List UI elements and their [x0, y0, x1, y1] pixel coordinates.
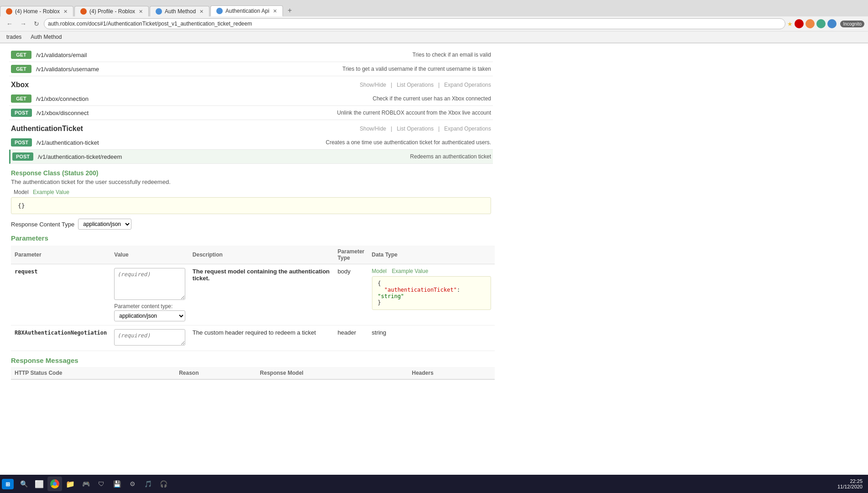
tab-label: Authentication Api [225, 8, 269, 14]
tab-favicon [6, 8, 12, 15]
main-content: GET /v1/validators/email Tries to check … [0, 43, 502, 386]
tab-label: Auth Method [165, 8, 196, 15]
param-data-type-rbx-auth: string [372, 329, 387, 336]
response-json-value: {} [18, 202, 25, 209]
param-row-rbx-auth: RBXAuthenticationNegotiation The custom … [11, 325, 495, 351]
bookmark-label: Auth Method [31, 34, 62, 40]
method-post-badge: POST [11, 109, 32, 117]
tab-label: (4) Home - Roblox [15, 8, 60, 15]
extension-icon-2[interactable] [805, 19, 815, 28]
example-value-tab[interactable]: Example Value [392, 268, 429, 274]
bookmarks-bar: trades Auth Method [0, 31, 868, 43]
param-example-value-box: { "authenticationTicket": "string" } [372, 276, 491, 310]
browser-chrome: (4) Home - Roblox ✕ (4) Profile - Roblox… [0, 0, 868, 43]
incognito-badge: Incognito [840, 21, 864, 27]
tab-label: (4) Profile - Roblox [89, 8, 135, 15]
xbox-list-operations-link[interactable]: List Operations [397, 82, 434, 88]
col-header-parameter: Parameter [11, 246, 110, 264]
response-class-description: The authentication ticket for the user s… [11, 178, 491, 185]
endpoint-validators-username: GET /v1/validators/username Tries to get… [9, 62, 493, 76]
xbox-section-header: Xbox Show/Hide | List Operations | Expan… [9, 76, 493, 92]
new-tab-button[interactable]: + [284, 5, 295, 16]
param-content-type-select[interactable]: application/json [114, 310, 185, 321]
resp-col-response-model: Response Model [256, 367, 408, 379]
param-type-rbx-auth: header [338, 329, 356, 336]
method-post-badge: POST [12, 152, 33, 161]
param-name-request: request [15, 268, 38, 275]
resp-col-http-status: HTTP Status Code [11, 367, 175, 379]
endpoint-validators-email: GET /v1/validators/email Tries to check … [9, 48, 493, 62]
param-description-request: The request model containing the authent… [193, 268, 330, 282]
forward-button[interactable]: → [17, 19, 29, 29]
endpoint-path: /v1/xbox/disconnect [37, 110, 337, 116]
extension-icon-1[interactable] [795, 19, 804, 28]
tab-favicon [216, 8, 223, 14]
bookmark-auth-method[interactable]: Auth Method [28, 33, 64, 41]
extension-icon-4[interactable] [827, 19, 837, 28]
endpoint-xbox-disconnect: POST /v1/xbox/disconnect Unlink the curr… [9, 106, 493, 120]
method-get-badge: GET [11, 65, 31, 73]
col-header-description: Description [189, 246, 334, 264]
col-header-value: Value [110, 246, 189, 264]
auth-ticket-title: AuthenticationTicket [11, 125, 83, 133]
xbox-title: Xbox [11, 81, 29, 89]
tab-close-button[interactable]: ✕ [139, 9, 143, 15]
param-description-rbx-auth: The custom header required to redeem a t… [189, 325, 334, 351]
navigation-bar: ← → ↻ ★ Incognito [0, 16, 868, 31]
xbox-expand-operations-link[interactable]: Expand Operations [444, 82, 491, 88]
tab-favicon [80, 8, 87, 15]
param-value-request[interactable] [114, 268, 185, 300]
tab-favicon [156, 8, 162, 15]
auth-ticket-section-header: AuthenticationTicket Show/Hide | List Op… [9, 120, 493, 136]
tab-home[interactable]: (4) Home - Roblox ✕ [0, 6, 73, 16]
param-content-type-label: Parameter content type: [114, 303, 185, 309]
auth-expand-operations-link[interactable]: Expand Operations [444, 126, 491, 132]
param-value-rbx-auth[interactable] [114, 329, 185, 346]
endpoint-description: Tries to get a valid username if the cur… [342, 66, 491, 72]
response-messages-table: HTTP Status Code Reason Response Model H… [11, 367, 495, 380]
param-data-type-model-tab: Model Example Value [372, 268, 491, 274]
tab-close-button[interactable]: ✕ [199, 9, 204, 15]
nav-icons [795, 19, 837, 28]
param-name-rbx-auth: RBXAuthenticationNegotiation [15, 330, 107, 336]
col-header-param-type: ParameterType [334, 246, 368, 264]
response-json-box: {} [11, 197, 491, 214]
tab-close-button[interactable]: ✕ [63, 9, 68, 15]
extension-icon-3[interactable] [816, 19, 826, 28]
auth-show-hide-link[interactable]: Show/Hide [360, 126, 386, 132]
tab-auth-method[interactable]: Auth Method ✕ [150, 6, 209, 16]
method-get-badge: GET [11, 94, 31, 103]
endpoint-path: /v1/authentication-ticket [37, 139, 326, 146]
tab-close-button[interactable]: ✕ [273, 8, 277, 14]
endpoint-auth-ticket: POST /v1/authentication-ticket Creates a… [9, 136, 493, 150]
model-label-row: Model Example Value [11, 189, 491, 195]
xbox-show-hide-link[interactable]: Show/Hide [360, 82, 386, 88]
bookmark-trades[interactable]: trades [4, 33, 24, 41]
address-bar[interactable] [44, 18, 785, 29]
response-content-type-row: Response Content Type application/json t… [11, 219, 491, 230]
auth-ticket-section-actions: Show/Hide | List Operations | Expand Ope… [360, 126, 491, 132]
model-tab-label: Model [372, 268, 387, 274]
reload-button[interactable]: ↻ [31, 19, 42, 29]
xbox-section-actions: Show/Hide | List Operations | Expand Ope… [360, 82, 491, 88]
response-messages-title: Response Messages [11, 357, 491, 364]
model-text: Model [14, 189, 29, 195]
auth-list-operations-link[interactable]: List Operations [397, 126, 434, 132]
tab-profile[interactable]: (4) Profile - Roblox ✕ [74, 6, 149, 16]
endpoint-description: Tries to check if an email is valid [413, 52, 491, 58]
content-type-label: Response Content Type [11, 221, 74, 228]
bookmark-star-icon[interactable]: ★ [787, 21, 793, 27]
param-type-request: body [338, 268, 350, 275]
tab-auth-api[interactable]: Authentication Api ✕ [210, 5, 283, 16]
method-get-badge: GET [11, 51, 31, 59]
bookmark-label: trades [6, 34, 21, 40]
example-value-link[interactable]: Example Value [33, 189, 69, 195]
back-button[interactable]: ← [4, 19, 16, 29]
endpoint-path: /v1/validators/username [36, 66, 342, 73]
endpoint-path: /v1/xbox/connection [36, 95, 373, 102]
response-content-type-select[interactable]: application/json text/xml [78, 219, 131, 230]
endpoint-description: Check if the current user has an Xbox co… [373, 95, 491, 102]
resp-col-reason: Reason [175, 367, 256, 379]
endpoint-xbox-connection: GET /v1/xbox/connection Check if the cur… [9, 92, 493, 106]
param-row-request: request Parameter content type: applicat… [11, 264, 495, 325]
